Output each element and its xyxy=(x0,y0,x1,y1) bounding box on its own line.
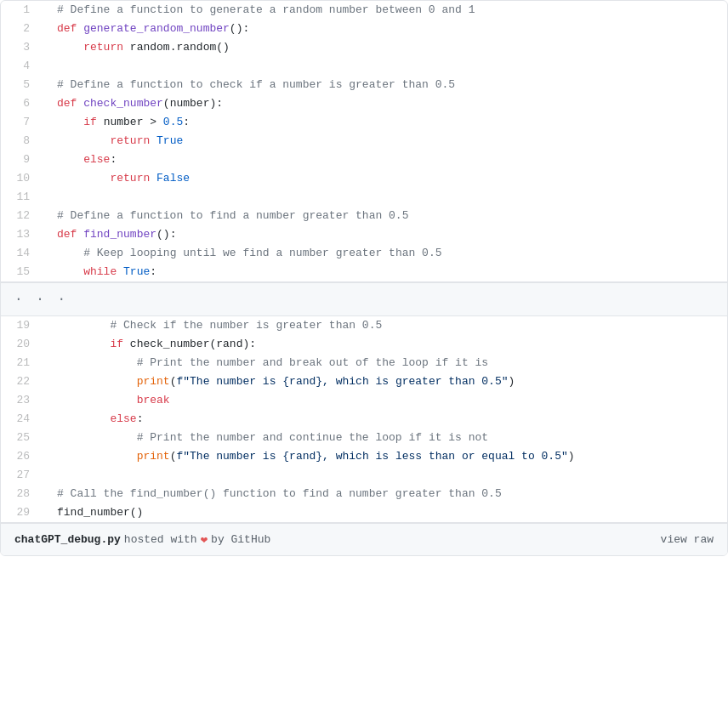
table-row: 22 print(f"The number is {rand}, which i… xyxy=(1,372,727,391)
line-number: 4 xyxy=(1,57,43,76)
line-code: break xyxy=(43,391,727,410)
view-raw-link[interactable]: view raw xyxy=(661,533,714,546)
table-row: 6 def check_number(number): xyxy=(1,94,727,113)
table-row: 13 def find_number(): xyxy=(1,225,727,244)
line-number: 2 xyxy=(1,20,43,38)
line-number: 22 xyxy=(1,372,43,391)
line-number: 26 xyxy=(1,447,43,466)
code-container: 1 # Define a function to generate a rand… xyxy=(0,0,728,556)
line-code: # Check if the number is greater than 0.… xyxy=(43,316,727,335)
footer-hosted-text: hosted with xyxy=(124,533,197,546)
line-code: else: xyxy=(43,151,727,169)
table-row: 26 print(f"The number is {rand}, which i… xyxy=(1,447,727,466)
line-code xyxy=(43,188,727,207)
line-number: 13 xyxy=(1,225,43,244)
line-code: return False xyxy=(43,169,727,188)
footer: chatGPT_debug.py hosted with ❤ by GitHub… xyxy=(1,523,727,555)
line-number: 20 xyxy=(1,335,43,354)
line-code: # Print the number and continue the loop… xyxy=(43,429,727,447)
line-code: find_number() xyxy=(43,503,727,522)
line-code xyxy=(43,466,727,485)
line-code: print(f"The number is {rand}, which is l… xyxy=(43,447,727,466)
line-number: 8 xyxy=(1,132,43,151)
table-row: 3 return random.random() xyxy=(1,38,727,57)
line-number: 6 xyxy=(1,94,43,113)
line-number: 14 xyxy=(1,244,43,263)
line-number: 19 xyxy=(1,316,43,335)
line-number: 7 xyxy=(1,113,43,132)
line-number: 3 xyxy=(1,38,43,57)
code-section-bottom: 19 # Check if the number is greater than… xyxy=(1,316,727,523)
footer-filename: chatGPT_debug.py xyxy=(14,533,121,546)
line-code: while True: xyxy=(43,263,727,281)
heart-icon: ❤ xyxy=(201,532,208,547)
table-row: 27 xyxy=(1,466,727,485)
line-number: 1 xyxy=(1,1,43,20)
table-row: 25 # Print the number and continue the l… xyxy=(1,429,727,447)
table-row: 12 # Define a function to find a number … xyxy=(1,207,727,225)
table-row: 10 return False xyxy=(1,169,727,188)
line-code: def check_number(number): xyxy=(43,94,727,113)
line-code: if check_number(rand): xyxy=(43,335,727,354)
code-table-bottom: 19 # Check if the number is greater than… xyxy=(1,316,727,522)
line-number: 15 xyxy=(1,263,43,281)
footer-right[interactable]: view raw xyxy=(661,533,714,546)
table-row: 23 break xyxy=(1,391,727,410)
line-number: 27 xyxy=(1,466,43,485)
code-table-top: 1 # Define a function to generate a rand… xyxy=(1,1,727,281)
table-row: 4 xyxy=(1,57,727,76)
footer-left: chatGPT_debug.py hosted with ❤ by GitHub xyxy=(14,532,270,547)
line-number: 12 xyxy=(1,207,43,225)
line-code: # Keep looping until we find a number gr… xyxy=(43,244,727,263)
table-row: 5 # Define a function to check if a numb… xyxy=(1,76,727,94)
line-code: # Print the number and break out of the … xyxy=(43,354,727,372)
line-code: # Define a function to find a number gre… xyxy=(43,207,727,225)
line-code: return True xyxy=(43,132,727,151)
table-row: 1 # Define a function to generate a rand… xyxy=(1,1,727,20)
table-row: 15 while True: xyxy=(1,263,727,281)
line-code: def find_number(): xyxy=(43,225,727,244)
line-code xyxy=(43,57,727,76)
line-number: 28 xyxy=(1,485,43,503)
line-number: 21 xyxy=(1,354,43,372)
table-row: 20 if check_number(rand): xyxy=(1,335,727,354)
line-number: 11 xyxy=(1,188,43,207)
line-code: print(f"The number is {rand}, which is g… xyxy=(43,372,727,391)
line-code: # Call the find_number() function to fin… xyxy=(43,485,727,503)
table-row: 19 # Check if the number is greater than… xyxy=(1,316,727,335)
code-block: 1 # Define a function to generate a rand… xyxy=(1,1,727,523)
table-row: 29 find_number() xyxy=(1,503,727,522)
gap-dots: · · · xyxy=(14,292,68,307)
line-number: 29 xyxy=(1,503,43,522)
table-row: 2 def generate_random_number(): xyxy=(1,20,727,38)
line-number: 5 xyxy=(1,76,43,94)
line-code: # Define a function to check if a number… xyxy=(43,76,727,94)
table-row: 9 else: xyxy=(1,151,727,169)
line-number: 24 xyxy=(1,410,43,429)
line-code: # Define a function to generate a random… xyxy=(43,1,727,20)
line-number: 10 xyxy=(1,169,43,188)
table-row: 21 # Print the number and break out of t… xyxy=(1,354,727,372)
line-code: return random.random() xyxy=(43,38,727,57)
line-code: def generate_random_number(): xyxy=(43,20,727,38)
table-row: 7 if number > 0.5: xyxy=(1,113,727,132)
table-row: 24 else: xyxy=(1,410,727,429)
code-section-top: 1 # Define a function to generate a rand… xyxy=(1,1,727,282)
line-number: 25 xyxy=(1,429,43,447)
table-row: 14 # Keep looping until we find a number… xyxy=(1,244,727,263)
table-row: 11 xyxy=(1,188,727,207)
line-code: else: xyxy=(43,410,727,429)
code-gap: · · · xyxy=(1,282,727,316)
table-row: 28 # Call the find_number() function to … xyxy=(1,485,727,503)
table-row: 8 return True xyxy=(1,132,727,151)
line-code: if number > 0.5: xyxy=(43,113,727,132)
line-number: 23 xyxy=(1,391,43,410)
line-number: 9 xyxy=(1,151,43,169)
footer-by-github: by GitHub xyxy=(211,533,270,546)
